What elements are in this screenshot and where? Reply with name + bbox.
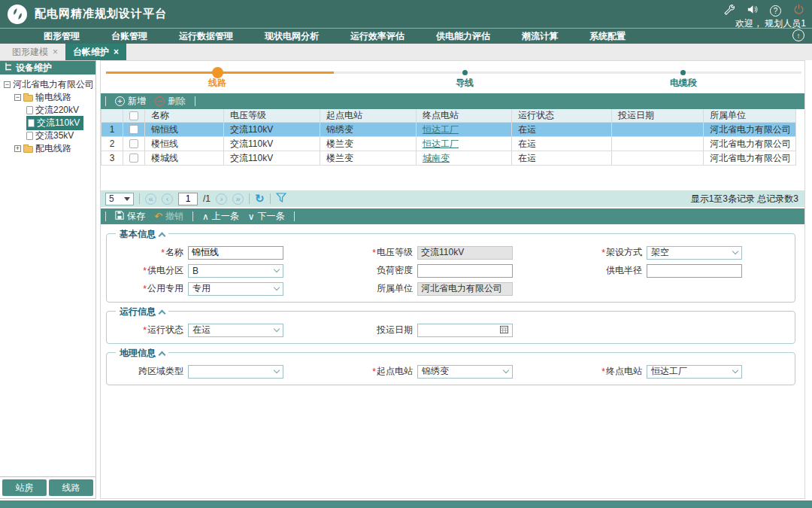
supply-zone-select[interactable]: B <box>188 264 283 278</box>
select-value: 在运 <box>192 324 211 336</box>
start-station-select[interactable]: 锦绣变 <box>417 365 513 379</box>
prev-page-icon[interactable] <box>162 193 173 205</box>
select-value: 专用 <box>192 282 211 295</box>
menu-item-ledger-mgmt[interactable]: 台账管理 <box>111 30 147 43</box>
save-button[interactable]: 保存 <box>115 210 145 223</box>
field-label-start-station: 起点电站 <box>377 365 413 378</box>
menu-item-capacity-eval[interactable]: 供电能力评估 <box>436 30 490 43</box>
first-page-icon[interactable] <box>145 193 156 205</box>
undo-button[interactable]: 撤销 <box>154 210 183 223</box>
refresh-icon[interactable] <box>255 192 265 205</box>
cell-start-station: 楼兰变 <box>320 137 417 151</box>
collapse-chevron-icon[interactable] <box>159 309 166 317</box>
cell-start-station: 锦绣变 <box>320 123 417 137</box>
col-header-status: 运行状态 <box>512 109 612 123</box>
menu-item-graphic-mgmt[interactable]: 图形管理 <box>44 30 80 43</box>
station-room-button[interactable]: 站房 <box>2 479 47 496</box>
cross-region-select[interactable] <box>188 365 283 379</box>
table-row[interactable]: 1 锦恒线 交流110kV 锦绣变 恒达工厂 在运 河北省电力有限公司 <box>101 123 796 137</box>
separator <box>294 211 295 221</box>
menu-item-operation-data[interactable]: 运行数据管理 <box>179 30 233 43</box>
page-number-input[interactable] <box>178 193 198 205</box>
field-label-load-density: 负荷密度 <box>377 264 413 277</box>
col-header-start-station: 起点电站 <box>320 109 417 123</box>
collapse-chevron-icon[interactable] <box>159 232 166 239</box>
step-label-cable-segment[interactable]: 电缆段 <box>670 77 697 90</box>
filter-icon[interactable] <box>276 193 286 205</box>
wrench-icon[interactable] <box>723 4 735 17</box>
cell-start-station: 楼兰变 <box>320 151 417 166</box>
required-marker: * <box>601 248 605 258</box>
next-page-icon[interactable] <box>216 193 227 205</box>
tab-ledger-maintenance[interactable]: 台帐维护 × <box>65 44 126 60</box>
step-dot-conductor[interactable] <box>462 70 468 75</box>
prev-record-label: 上一条 <box>212 210 239 223</box>
collapse-up-icon[interactable] <box>792 29 804 41</box>
field-label-commission-date: 投运日期 <box>377 324 413 336</box>
page-size-select[interactable]: 5 <box>105 193 134 205</box>
required-marker: * <box>601 367 605 377</box>
add-button[interactable]: 新增 <box>115 95 146 108</box>
row-checkbox[interactable] <box>129 125 138 134</box>
row-checkbox[interactable] <box>129 154 138 163</box>
erection-type-select[interactable]: 架空 <box>647 246 742 260</box>
close-icon[interactable]: × <box>114 47 119 57</box>
separator <box>192 211 193 221</box>
line-button[interactable]: 线路 <box>49 479 93 496</box>
detail-form: 基本信息 *名称 *电压等级 交流110kV <box>101 224 804 498</box>
collapse-toggle-icon[interactable] <box>14 94 21 101</box>
menu-item-power-flow[interactable]: 潮流计算 <box>522 30 558 43</box>
field-label-org: 所属单位 <box>377 282 413 295</box>
table-row[interactable]: 2 楼恒线 交流110kV 楼兰变 恒达工厂 在运 河北省电力有限公司 <box>101 137 796 151</box>
step-label-conductor[interactable]: 导线 <box>456 77 474 90</box>
collapse-chevron-icon[interactable] <box>159 351 166 358</box>
next-record-button[interactable]: 下一条 <box>248 210 285 223</box>
load-density-input[interactable] <box>417 264 513 278</box>
menu-item-grid-analysis[interactable]: 现状电网分析 <box>265 30 319 43</box>
tree-node-ac110kv[interactable]: 交流110kV <box>0 117 95 129</box>
power-icon[interactable] <box>793 4 804 17</box>
tree-node-transmission-lines[interactable]: 输电线路 <box>0 91 95 104</box>
tree-node-company[interactable]: 河北省电力有限公司 <box>0 78 95 91</box>
chevron-down-icon <box>732 367 738 373</box>
collapse-toggle-icon[interactable] <box>4 81 11 88</box>
end-station-select[interactable]: 恒达工厂 <box>647 365 742 379</box>
tree-node-ac220kv[interactable]: 交流220kV <box>0 104 95 117</box>
select-all-checkbox[interactable] <box>129 111 138 120</box>
step-dot-cable-segment[interactable] <box>680 70 686 75</box>
table-row[interactable]: 3 楼城线 交流110kV 楼兰变 城南变 在运 河北省电力有限公司 <box>101 151 796 166</box>
tree-node-distribution-lines[interactable]: 配电线路 <box>0 142 95 155</box>
field-label-supply-zone: 供电分区 <box>147 264 183 277</box>
cell-commission-date <box>612 123 704 137</box>
help-icon[interactable] <box>770 5 781 17</box>
menu-item-efficiency-eval[interactable]: 运行效率评估 <box>350 30 404 43</box>
page-size-value: 5 <box>109 193 114 204</box>
calendar-icon[interactable] <box>500 325 508 336</box>
separator <box>270 193 271 204</box>
select-value: 架空 <box>651 246 669 259</box>
end-station-link[interactable]: 恒达工厂 <box>423 138 459 151</box>
expand-toggle-icon[interactable] <box>14 145 21 152</box>
name-input[interactable] <box>188 246 283 260</box>
col-header-end-station: 终点电站 <box>417 109 512 123</box>
supply-radius-input[interactable] <box>647 264 742 278</box>
row-number: 3 <box>101 151 123 166</box>
tree-node-ac35kv[interactable]: 交流35kV <box>0 129 95 142</box>
public-private-select[interactable]: 专用 <box>188 282 283 296</box>
close-icon[interactable]: × <box>53 47 58 57</box>
tab-graphic-modeling[interactable]: 图形建模 × <box>5 44 65 60</box>
speaker-icon[interactable] <box>747 4 758 17</box>
menu-item-system-config[interactable]: 系统配置 <box>589 30 626 43</box>
prev-record-button[interactable]: 上一条 <box>202 210 239 223</box>
delete-button[interactable]: 删除 <box>155 95 186 108</box>
end-station-link[interactable]: 城南变 <box>423 152 450 165</box>
end-station-link[interactable]: 恒达工厂 <box>423 123 459 136</box>
run-status-select[interactable]: 在运 <box>188 324 283 337</box>
row-checkbox[interactable] <box>129 139 138 148</box>
commission-date-input[interactable] <box>417 324 513 337</box>
step-label-line[interactable]: 线路 <box>208 77 226 90</box>
last-page-icon[interactable] <box>232 193 244 205</box>
cell-voltage: 交流110kV <box>224 151 320 166</box>
field-label-voltage: 电压等级 <box>377 246 413 259</box>
field-label-erection-type: 架设方式 <box>606 246 642 259</box>
